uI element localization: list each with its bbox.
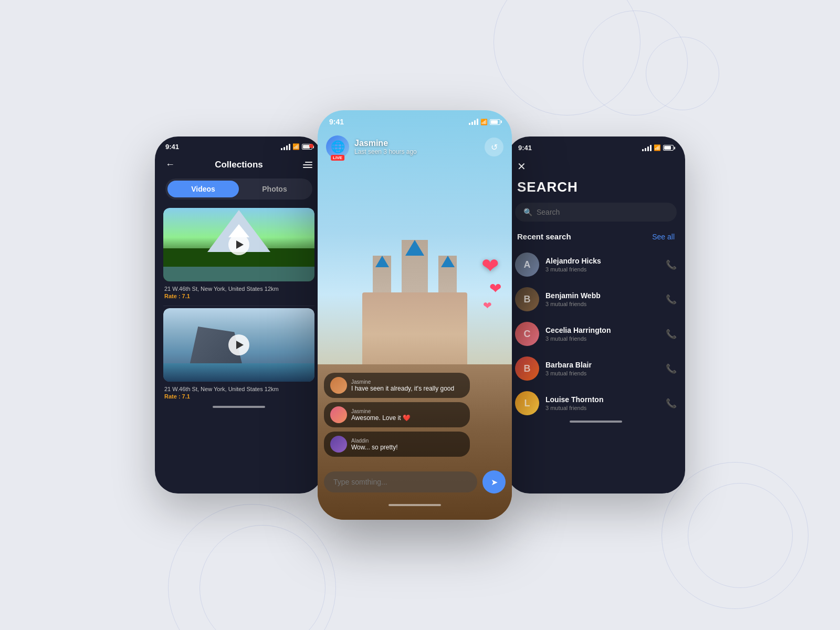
heart-small: ❤ (483, 299, 492, 312)
signal-bars-3 (642, 145, 652, 151)
comment-avatar-2 (330, 406, 347, 423)
call-icon-barbara[interactable]: 📞 (666, 363, 677, 374)
live-status: Last seen 3 hours ago (354, 148, 417, 155)
castle-background (318, 110, 512, 520)
contact-info-barbara: Barbara Blair 3 mutual friends (545, 361, 659, 376)
live-badge: LIVE (331, 155, 344, 161)
heart-medium: ❤ (489, 280, 501, 297)
hearts-overlay: ❤ ❤ ❤ (479, 254, 501, 312)
comment-user-3: Aladdin (351, 438, 397, 444)
status-bar-2: 9:41 📶 (318, 110, 512, 131)
input-bar: ➤ (324, 470, 506, 494)
search-box: 🔍 (515, 203, 677, 222)
contact-avatar-louise: L (515, 391, 539, 415)
status-time-3: 9:41 (518, 144, 532, 152)
comments-area: Jasmine I have seen it already, it's rea… (324, 373, 470, 457)
status-icons-1: 📶 (281, 143, 312, 150)
contact-mutual-louise: 3 mutual friends (545, 405, 659, 411)
home-indicator-3 (570, 421, 622, 423)
tower-left (373, 256, 391, 292)
menu-icon[interactable] (303, 162, 312, 168)
comment-avatar-3 (330, 436, 347, 453)
play-button-2[interactable] (228, 334, 249, 355)
phone-collections: 9:41 📶 ← Collections (155, 136, 323, 494)
contact-info-cecelia: Cecelia Harrington 3 mutual friends (545, 326, 659, 342)
video-thumb-1 (163, 208, 314, 281)
video-info-1: 21 W.46th St, New York, United States 12… (163, 281, 314, 301)
live-avatar: 🌐 LIVE (326, 135, 349, 159)
contact-name-alejandro: Alejandro Hicks (545, 257, 659, 265)
home-indicator-2 (388, 504, 441, 506)
contact-item-cecelia[interactable]: C Cecelia Harrington 3 mutual friends 📞 (515, 317, 677, 351)
video-address-2: 21 W.46th St, New York, United States 12… (164, 386, 313, 392)
contact-info-benjamin: Benjamin Webb 3 mutual friends (545, 291, 659, 307)
send-button[interactable]: ➤ (482, 470, 506, 494)
comment-user-1: Jasmine (351, 379, 454, 385)
live-username: Jasmine (354, 139, 417, 148)
phone-search: 9:41 📶 ✕ SEARCH 🔍 (507, 136, 685, 494)
recent-header: Recent search See all (507, 230, 685, 247)
contact-list: A Alejandro Hicks 3 mutual friends 📞 B B… (507, 247, 685, 421)
contact-item-barbara[interactable]: B Barbara Blair 3 mutual friends 📞 (515, 351, 677, 386)
status-time-1: 9:41 (165, 143, 179, 151)
home-indicator-1 (213, 406, 265, 408)
contact-mutual-cecelia: 3 mutual friends (545, 335, 659, 342)
video-rate-1: Rate : 7.1 (164, 293, 313, 299)
contact-avatar-cecelia: C (515, 322, 539, 346)
tab-photos[interactable]: Photos (239, 181, 310, 197)
live-header: 🌐 LIVE Jasmine Last seen 3 hours ago ↺ (318, 131, 512, 163)
contact-avatar-benjamin: B (515, 287, 539, 311)
comment-text-1: I have seen it already, it's really good (351, 385, 454, 392)
tower-right (438, 256, 457, 292)
chat-input[interactable] (324, 471, 477, 492)
video-rate-2: Rate : 7.1 (164, 393, 313, 400)
comment-1: Jasmine I have seen it already, it's rea… (324, 373, 470, 398)
recent-label: Recent search (517, 232, 571, 241)
search-title: SEARCH (507, 175, 685, 203)
status-bar-3: 9:41 📶 (507, 136, 685, 156)
heart-large: ❤ (481, 254, 499, 278)
collections-header: ← Collections (155, 155, 323, 176)
contact-info-louise: Louise Thornton 3 mutual friends (545, 395, 659, 411)
see-all-button[interactable]: See all (652, 233, 675, 241)
contact-item-louise[interactable]: L Louise Thornton 3 mutual friends 📞 (515, 386, 677, 421)
divider-1 (163, 306, 314, 306)
search-input[interactable] (537, 208, 668, 216)
video-address-1: 21 W.46th St, New York, United States 12… (164, 286, 313, 292)
video-thumb-2 (163, 308, 314, 382)
comment-3: Aladdin Wow... so pretty! (324, 432, 470, 457)
wifi-icon-1: 📶 (292, 143, 300, 150)
video-card-1: 21 W.46th St, New York, United States 12… (163, 208, 314, 301)
call-icon-alejandro[interactable]: 📞 (666, 259, 677, 270)
tab-videos[interactable]: Videos (167, 181, 239, 197)
back-button[interactable]: ← (165, 159, 175, 170)
call-icon-benjamin[interactable]: 📞 (666, 294, 677, 305)
battery-icon-3 (663, 145, 674, 151)
contact-info-alejandro: Alejandro Hicks 3 mutual friends (545, 257, 659, 272)
contact-mutual-barbara: 3 mutual friends (545, 370, 659, 376)
status-icons-2: 📶 (469, 119, 500, 125)
comment-content-3: Aladdin Wow... so pretty! (351, 438, 397, 451)
search-icon: 🔍 (523, 208, 532, 216)
play-button-1[interactable] (228, 234, 249, 255)
status-bar-1: 9:41 📶 (155, 136, 323, 155)
comment-text-3: Wow... so pretty! (351, 444, 397, 451)
contact-name-louise: Louise Thornton (545, 395, 659, 404)
contact-item-alejandro[interactable]: A Alejandro Hicks 3 mutual friends 📞 (515, 247, 677, 282)
video-card-2: 21 W.46th St, New York, United States 12… (163, 308, 314, 402)
comment-avatar-1 (330, 377, 347, 394)
contact-mutual-benjamin: 3 mutual friends (545, 301, 659, 307)
signal-bars-1 (281, 144, 290, 150)
phones-container: 9:41 📶 ← Collections (155, 110, 685, 520)
call-icon-louise[interactable]: 📞 (666, 398, 677, 409)
globe-icon: 🌐 (331, 140, 345, 154)
contact-item-benjamin[interactable]: B Benjamin Webb 3 mutual friends 📞 (515, 282, 677, 317)
refresh-button[interactable]: ↺ (485, 138, 503, 156)
call-icon-cecelia[interactable]: 📞 (666, 329, 677, 340)
battery-icon-2 (490, 119, 500, 125)
tab-switcher: Videos Photos (165, 178, 312, 200)
contact-mutual-alejandro: 3 mutual friends (545, 266, 659, 272)
live-user-info: Jasmine Last seen 3 hours ago (354, 139, 417, 155)
contact-name-cecelia: Cecelia Harrington (545, 326, 659, 334)
comment-content-1: Jasmine I have seen it already, it's rea… (351, 379, 454, 392)
